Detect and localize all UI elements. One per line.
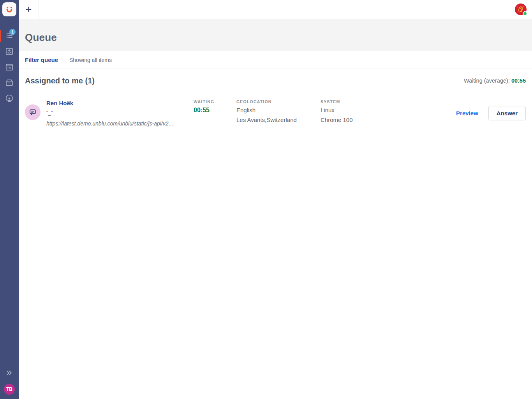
system-label: SYSTEM	[321, 99, 387, 104]
system-browser: Chrome 100	[321, 116, 387, 124]
waiting-value: 00:55	[194, 107, 236, 114]
calendar-icon	[5, 62, 14, 72]
sidebar-item-queue[interactable]: 1	[0, 28, 19, 44]
sidebar-item-inbox[interactable]	[0, 44, 19, 59]
sidebar-expand-button[interactable]	[0, 365, 19, 381]
waiting-average-label: Waiting (average):	[464, 78, 511, 84]
assigned-section-title: Assigned to me (1)	[25, 76, 95, 85]
topbar: +	[19, 0, 532, 19]
archive-icon	[5, 78, 14, 87]
sidebar-item-calendar[interactable]	[0, 59, 19, 75]
queue-filter-status: Showing all items	[62, 51, 112, 69]
waiting-average: Waiting (average): 00:55	[464, 76, 526, 84]
sidebar-item-visitors[interactable]	[0, 90, 19, 106]
profile-avatar[interactable]	[515, 4, 527, 15]
system-os: Linux	[321, 106, 387, 114]
app-window: 1	[0, 0, 532, 399]
section-header: Assigned to me (1) Waiting (average): 00…	[19, 69, 532, 85]
item-actions: Preview Answer	[456, 106, 526, 120]
waiting-average-value: 00:55	[511, 78, 526, 84]
new-tab-button[interactable]: +	[19, 0, 39, 19]
agent-avatar[interactable]: TB	[4, 384, 15, 395]
system-column: SYSTEM Linux Chrome 100	[321, 99, 387, 124]
waiting-column: WAITING 00:55	[194, 99, 236, 114]
filter-queue-button[interactable]: Filter queue	[19, 51, 62, 69]
unblu-logo[interactable]	[2, 2, 16, 16]
queue-item-row[interactable]: Ren Hoëk "_" https://latest.demo.unblu.c…	[19, 97, 532, 131]
visitor-name[interactable]: Ren Hoëk	[46, 100, 194, 106]
visitor-avatar	[25, 104, 41, 120]
answer-button[interactable]: Answer	[488, 106, 526, 120]
visitor-message: "_"	[46, 110, 194, 116]
online-status-dot	[523, 11, 527, 16]
page-header: Queue	[19, 19, 532, 51]
preview-link[interactable]: Preview	[456, 110, 478, 117]
page-title: Queue	[25, 32, 57, 44]
person-icon	[5, 94, 14, 103]
double-chevron-right-icon	[5, 369, 13, 377]
geolocation-language: English	[236, 106, 321, 114]
chat-bubble-icon	[28, 108, 37, 117]
geolocation-column: GEOLOCATION English Les Avants,Switzerla…	[236, 99, 321, 124]
geolocation-place: Les Avants,Switzerland	[236, 116, 321, 124]
geolocation-label: GEOLOCATION	[236, 99, 321, 104]
inbox-icon	[5, 47, 14, 56]
queue-content: Assigned to me (1) Waiting (average): 00…	[19, 69, 532, 399]
visitor-info: Ren Hoëk "_" https://latest.demo.unblu.c…	[46, 97, 194, 127]
main-area: + Queue Filter queue Showing all items	[19, 0, 532, 399]
visitor-page-url: https://latest.demo.unblu.com/unblu/stat…	[46, 120, 194, 127]
sidebar-item-archive[interactable]	[0, 75, 19, 90]
sidebar-nav: 1	[0, 28, 19, 106]
waiting-label: WAITING	[194, 99, 236, 104]
smiley-logo-icon	[4, 4, 14, 14]
queue-count-badge: 1	[9, 29, 16, 35]
queue-toolbar: Filter queue Showing all items	[19, 51, 532, 69]
sidebar: 1	[0, 0, 19, 399]
